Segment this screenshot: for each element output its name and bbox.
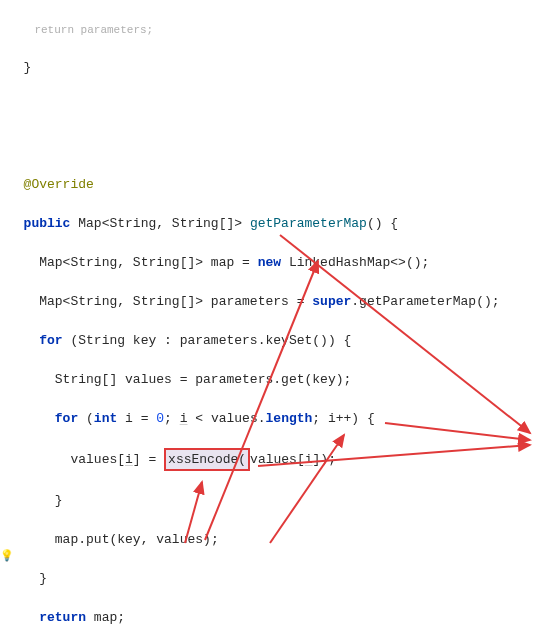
code-line: } — [8, 569, 545, 589]
code-line: for (int i = 0; i < values.length; i++) … — [8, 409, 545, 429]
code-block: return parameters; } @Override public Ma… — [0, 0, 545, 624]
code-line — [8, 97, 545, 117]
code-line: return map; — [8, 608, 545, 625]
code-line: return parameters; — [8, 22, 545, 39]
code-line: } — [8, 58, 545, 78]
code-line: map.put(key, values); — [8, 530, 545, 550]
code-line: } — [8, 491, 545, 511]
code-line: public Map<String, String[]> getParamete… — [8, 214, 545, 234]
code-line: String[] values = parameters.get(key); — [8, 370, 545, 390]
code-line: Map<String, String[]> map = new LinkedHa… — [8, 253, 545, 273]
highlighted-call: xssEncode( — [164, 448, 250, 472]
code-line: values[i] = xssEncode(values[i]); — [8, 448, 545, 472]
code-line: for (String key : parameters.keySet()) { — [8, 331, 545, 351]
code-line — [8, 136, 545, 156]
bulb-icon[interactable]: 💡 — [0, 548, 14, 565]
code-line: Map<String, String[]> parameters = super… — [8, 292, 545, 312]
annotation: @Override — [24, 177, 94, 192]
code-line: @Override — [8, 175, 545, 195]
